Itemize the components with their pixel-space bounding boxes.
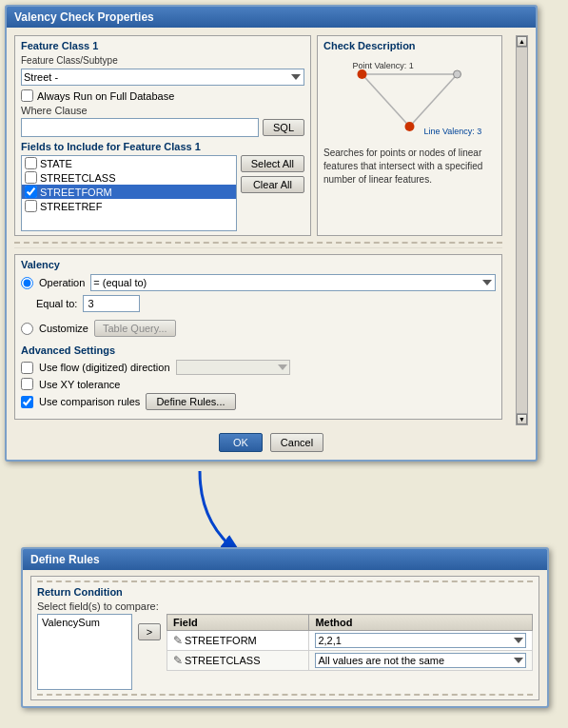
equal-to-label: Equal to: (36, 298, 77, 309)
streetform-label: STREETFORM (40, 187, 112, 198)
check-desc-diagram: Point Valency: 1 Line Valency: 3 (323, 55, 496, 141)
use-comparison-label: Use comparison rules (39, 396, 140, 407)
edit-icon-2[interactable]: ✎ (173, 654, 183, 667)
edit-icon-1[interactable]: ✎ (173, 634, 183, 647)
svg-line-2 (410, 74, 458, 127)
svg-point-5 (405, 122, 415, 131)
field-column-header: Field (167, 615, 309, 631)
streetform-checkbox[interactable] (25, 186, 37, 198)
field-item-streetclass[interactable]: STREETCLASS (22, 170, 236, 185)
operation-dropdown[interactable]: = (equal to) < (less than) > (greater th… (90, 274, 496, 291)
use-flow-label: Use flow (digitized) direction (39, 362, 170, 373)
define-rules-dialog: Define Rules Return Condition Select fie… (21, 547, 549, 708)
select-all-button[interactable]: Select All (241, 155, 304, 172)
check-desc-title: Check Description (323, 40, 496, 51)
streetclass-checkbox[interactable] (25, 171, 37, 184)
valency-section: Valency Operation = (equal to) < (less t… (14, 254, 502, 420)
flow-dropdown (176, 360, 290, 375)
streetform-field-cell: ✎ STREETFORM (167, 631, 309, 651)
main-dialog-title: Valency Check Properties (7, 7, 536, 28)
valency-title: Valency (21, 259, 496, 270)
svg-line-1 (362, 74, 410, 127)
where-clause-label: Where Clause (21, 105, 304, 116)
add-field-button[interactable]: > (138, 623, 161, 640)
main-dialog: Valency Check Properties Feature Class 1… (5, 5, 538, 462)
fields-section-title: Fields to Include for Feature Class 1 (21, 141, 304, 152)
street-dropdown[interactable]: Street - (21, 69, 304, 86)
rules-table: Field Method ✎ STREETFORM (166, 614, 533, 671)
title-text: Valency Check Properties (14, 10, 154, 24)
state-checkbox[interactable] (25, 157, 37, 169)
valency-sum-item[interactable]: ValencySum (38, 615, 131, 630)
streetclass-label: STREETCLASS (40, 172, 115, 184)
streetclass-field-cell: ✎ STREETCLASS (167, 651, 309, 671)
streetref-label: STREETREF (40, 201, 102, 212)
table-query-button[interactable]: Table Query... (94, 320, 176, 337)
fields-list: STATE STREETCLASS STREETFORM (21, 155, 237, 231)
customize-radio[interactable] (21, 323, 33, 335)
scroll-down-btn[interactable]: ▼ (517, 414, 527, 424)
svg-text:Line Valency: 3: Line Valency: 3 (424, 127, 482, 136)
check-desc-text: Searches for points or nodes of linear f… (323, 147, 496, 187)
customize-label: Customize (39, 323, 88, 334)
equal-to-input[interactable] (83, 295, 140, 312)
define-rules-title: Define Rules (23, 549, 547, 570)
streetref-checkbox[interactable] (25, 200, 37, 212)
use-xy-checkbox[interactable] (21, 378, 33, 390)
use-flow-checkbox[interactable] (21, 362, 33, 374)
table-row: ✎ STREETFORM 2,2,1 (167, 631, 533, 651)
rules-table-area: Field Method ✎ STREETFORM (166, 614, 533, 671)
always-run-checkbox[interactable] (21, 89, 33, 102)
sql-button[interactable]: SQL (263, 119, 304, 136)
ok-button[interactable]: OK (219, 433, 263, 452)
use-comparison-checkbox[interactable] (21, 396, 33, 408)
define-rules-title-text: Define Rules (30, 553, 100, 566)
streetform-method-dropdown[interactable]: 2,2,1 (315, 633, 526, 648)
state-label: STATE (40, 158, 72, 169)
svg-point-4 (454, 70, 461, 78)
field-item-streetform[interactable]: STREETFORM (22, 185, 236, 199)
cancel-button[interactable]: Cancel (270, 433, 323, 452)
check-desc-panel: Check Description (317, 35, 502, 236)
clear-all-button[interactable]: Clear All (241, 176, 304, 193)
define-rules-section: Return Condition Select field(s) to comp… (30, 576, 539, 700)
operation-label: Operation (39, 277, 85, 288)
return-fields-list: ValencySum (37, 614, 132, 690)
main-scrollbar: ▲ ▼ (516, 35, 528, 425)
svg-point-3 (358, 69, 367, 79)
operation-radio[interactable] (21, 277, 33, 289)
dialog-buttons: OK Cancel (14, 433, 528, 452)
streetclass-method-dropdown[interactable]: All values are not the same (315, 653, 526, 668)
feature-class-title: Feature Class 1 (21, 40, 304, 51)
always-run-label: Always Run on Full Database (37, 90, 174, 102)
define-rules-button[interactable]: Define Rules... (146, 393, 235, 410)
feature-subtitle: Feature Class/Subtype (21, 55, 304, 66)
method-column-header: Method (309, 615, 533, 631)
table-row: ✎ STREETCLASS All values are not the sam… (167, 651, 533, 671)
where-input[interactable] (21, 118, 259, 137)
svg-text:Point Valency: 1: Point Valency: 1 (353, 61, 414, 70)
fields-buttons: Select All Clear All (241, 155, 304, 231)
streetclass-method-cell: All values are not the same (309, 651, 533, 671)
use-xy-label: Use XY tolerance (39, 379, 120, 390)
scroll-track[interactable] (517, 47, 527, 414)
advanced-settings-title: Advanced Settings (21, 344, 496, 356)
field-item-streetref[interactable]: STREETREF (22, 199, 236, 213)
scroll-up-btn[interactable]: ▲ (517, 36, 527, 47)
return-condition-title: Return Condition (37, 586, 533, 598)
streetform-method-cell: 2,2,1 (309, 631, 533, 651)
field-item-state[interactable]: STATE (22, 156, 236, 170)
select-fields-label: Select field(s) to compare: (37, 600, 533, 612)
feature-class-panel: Feature Class 1 Feature Class/Subtype St… (14, 35, 311, 236)
arrow-btn-col: > (138, 614, 161, 640)
